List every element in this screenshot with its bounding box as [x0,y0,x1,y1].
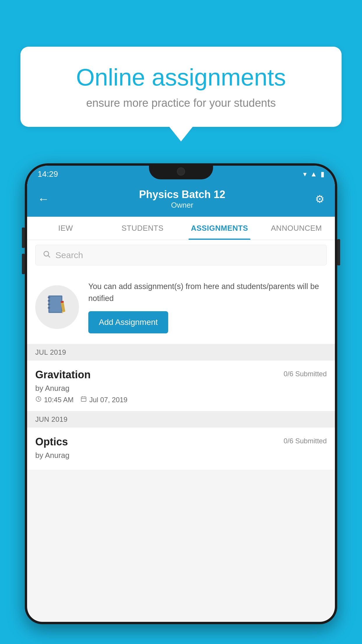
search-placeholder: Search [55,250,83,260]
status-time: 14:29 [38,169,58,179]
header-title: Physics Batch 12 [139,188,225,201]
section-header-jun: JUN 2019 [27,411,335,428]
info-description: You can add assignment(s) from here and … [88,281,327,304]
phone-notch [149,163,213,179]
svg-rect-7 [48,307,50,309]
volume-down-button [22,254,25,274]
svg-point-0 [44,251,49,256]
tabs-bar: IEW STUDENTS ASSIGNMENTS ANNOUNCEM [27,217,335,240]
power-button [337,239,340,265]
assignment-icon-circle [35,285,79,329]
info-card: You can add assignment(s) from here and … [27,270,335,344]
svg-rect-3 [50,297,61,312]
assignment-by-gravitation: by Anurag [35,384,327,393]
phone-screen: 14:29 ▾ ▲ ▮ ← Physics Batch 12 Owner ⚙ [27,166,335,622]
speech-bubble: Online assignments ensure more practice … [20,47,342,127]
speech-bubble-arrow [169,127,193,141]
tab-announcements[interactable]: ANNOUNCEM [258,217,335,240]
add-assignment-button[interactable]: Add Assignment [88,311,168,333]
wifi-icon: ▾ [303,170,307,178]
search-container: Search [27,240,335,270]
assignment-submitted-gravitation: 0/6 Submitted [284,370,327,378]
assignment-submitted-optics: 0/6 Submitted [284,437,327,445]
front-camera [177,167,185,176]
assignment-time-gravitation: 10:45 AM [35,396,73,404]
tab-iew[interactable]: IEW [27,217,104,240]
assignment-item-gravitation[interactable]: Gravitation 0/6 Submitted by Anurag 10:4… [27,360,335,411]
app-header: ← Physics Batch 12 Owner ⚙ [27,183,335,217]
assignment-top-optics: Optics 0/6 Submitted [35,436,327,448]
settings-icon[interactable]: ⚙ [315,193,324,205]
svg-rect-5 [48,300,50,302]
phone-wrapper: 14:29 ▾ ▲ ▮ ← Physics Batch 12 Owner ⚙ [25,163,337,644]
info-text: You can add assignment(s) from here and … [88,281,327,333]
phone-outer: 14:29 ▾ ▲ ▮ ← Physics Batch 12 Owner ⚙ [25,163,337,624]
svg-rect-12 [81,397,86,402]
volume-up-button [22,228,25,248]
search-icon [43,250,51,260]
bubble-subtitle: ensure more practice for your students [41,97,321,109]
svg-rect-4 [48,297,50,298]
notebook-icon [45,293,69,321]
signal-icon: ▲ [310,170,317,178]
section-header-jul: JUL 2019 [27,344,335,360]
clock-icon [35,396,42,404]
speech-bubble-wrapper: Online assignments ensure more practice … [20,47,342,141]
calendar-icon [80,396,87,404]
assignment-item-optics[interactable]: Optics 0/6 Submitted by Anurag [27,428,335,470]
back-button[interactable]: ← [38,192,49,206]
battery-icon: ▮ [321,170,324,178]
assignment-name-gravitation: Gravitation [35,369,91,381]
assignment-top: Gravitation 0/6 Submitted [35,369,327,381]
bubble-title: Online assignments [41,64,321,90]
assignment-by-optics: by Anurag [35,451,327,460]
svg-rect-6 [48,304,50,305]
search-input-wrap[interactable]: Search [35,245,327,265]
assignment-datetime-gravitation: 10:45 AM Jul 07, 2019 [35,396,327,404]
svg-line-1 [48,256,50,257]
status-icons: ▾ ▲ ▮ [303,170,324,178]
assignment-date-gravitation: Jul 07, 2019 [80,396,127,404]
assignment-name-optics: Optics [35,436,68,448]
header-subtitle: Owner [139,201,225,210]
tab-students[interactable]: STUDENTS [104,217,181,240]
header-center: Physics Batch 12 Owner [139,188,225,210]
tab-assignments[interactable]: ASSIGNMENTS [181,217,258,240]
